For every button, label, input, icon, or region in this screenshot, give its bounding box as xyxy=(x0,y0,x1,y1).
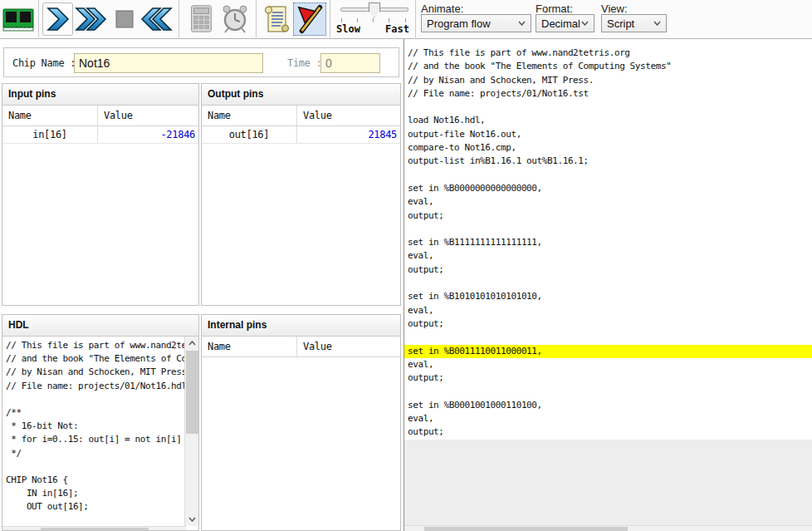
script-line[interactable] xyxy=(404,277,812,290)
script-line[interactable]: set in %B0001001000110100, xyxy=(404,399,812,412)
script-line[interactable]: // File name: projects/01/Not16.tst xyxy=(404,87,812,101)
clock-icon xyxy=(218,3,252,35)
hdl-line: IN in[16]; xyxy=(6,487,184,500)
hdl-vertical-scrollbar[interactable] xyxy=(184,337,198,526)
hdl-line: * for i=0..15: out[i] = not in[i] xyxy=(6,433,184,446)
script-line[interactable]: set in %B0000000000000000, xyxy=(404,182,812,195)
script-line[interactable]: eval, xyxy=(404,412,812,425)
input_pins-rows: in[16]-21846 xyxy=(2,126,198,144)
animate-select[interactable]: Program flow xyxy=(421,14,531,32)
view-select[interactable]: Script xyxy=(601,14,667,32)
slider-fast-label: Fast xyxy=(385,23,409,35)
pin-value[interactable]: -21846 xyxy=(98,126,198,143)
hdl-line xyxy=(6,393,184,406)
script-horizontal-scrollbar[interactable] xyxy=(404,525,812,531)
hdl-line: // File name: projects/01/Not16.hdl xyxy=(6,380,184,393)
script-line[interactable]: eval, xyxy=(404,195,812,209)
view-value: Script xyxy=(607,17,634,30)
view-script-button[interactable] xyxy=(261,2,292,36)
hdl-line: // This file is part of www.nand2tetr xyxy=(6,339,184,352)
script-line[interactable]: load Not16.hdl, xyxy=(404,114,812,127)
format-label: Format: xyxy=(536,2,573,15)
scroll-right-arrow-icon[interactable] xyxy=(172,527,186,531)
column-header-name: Name xyxy=(202,337,297,356)
hdl-line: /** xyxy=(6,406,184,420)
toolbar-separator xyxy=(179,0,179,37)
chevron-down-icon xyxy=(581,21,589,26)
column-header-name: Name xyxy=(2,106,98,125)
scroll-left-arrow-icon[interactable] xyxy=(2,527,17,531)
breakpoints-button[interactable] xyxy=(293,2,326,36)
run-button[interactable] xyxy=(75,2,108,36)
scroll-icon xyxy=(261,3,292,35)
slider-slow-label: Slow xyxy=(336,23,360,35)
script-line[interactable]: eval, xyxy=(404,358,812,371)
chip-name-bar: Chip Name : Time : xyxy=(3,47,399,77)
hdl-panel: HDL // This file is part of www.nand2tet… xyxy=(2,314,199,531)
toolbar: Slow Fast Animate: Program flow Format: … xyxy=(0,0,812,39)
script-line[interactable]: output; xyxy=(404,317,812,331)
slider-tick xyxy=(357,18,358,22)
slider-tick xyxy=(405,18,406,22)
scroll-up-arrow-icon[interactable] xyxy=(185,337,199,350)
scrollbar-thumb[interactable] xyxy=(186,351,198,434)
memory-chip-icon xyxy=(2,3,34,35)
script-line[interactable]: output; xyxy=(404,371,812,385)
script-line[interactable]: output; xyxy=(404,209,812,223)
script-line[interactable] xyxy=(404,169,812,182)
chip-name-label: Chip Name : xyxy=(12,57,76,69)
pin-value: 21845 xyxy=(297,126,400,143)
pin-name: in[16] xyxy=(2,126,98,143)
hdl-line: */ xyxy=(6,447,184,460)
hdl-line: OUT out[16]; xyxy=(6,500,184,514)
script-line[interactable]: // and the book "The Elements of Computi… xyxy=(404,60,812,73)
fast-forward-icon xyxy=(75,6,108,32)
output-pins-panel: Output pins Name Value out[16]21845 xyxy=(201,83,401,306)
hdl-code-view[interactable]: // This file is part of www.nand2tetr// … xyxy=(2,337,184,530)
script-line[interactable]: output-list in%B1.16.1 out%B1.16.1; xyxy=(404,155,812,168)
script-line[interactable]: set in %B1010101010101010, xyxy=(404,290,812,303)
format-value: Decimal xyxy=(541,17,580,30)
script-line[interactable] xyxy=(404,101,812,114)
pin-row: out[16]21845 xyxy=(202,126,400,144)
internal-pins-panel: Internal pins Name Value xyxy=(201,314,401,531)
hardware-simulator-window: Slow Fast Animate: Program flow Format: … xyxy=(0,0,812,531)
script-line[interactable] xyxy=(404,331,812,344)
chevron-down-icon xyxy=(653,21,661,26)
script-line[interactable] xyxy=(404,223,812,236)
script-line[interactable]: eval, xyxy=(404,249,812,263)
script-line-current[interactable]: set in %B0011110011000011, xyxy=(404,345,812,358)
script-line[interactable]: set in %B1111111111111111, xyxy=(404,236,812,249)
scrollbar-thumb[interactable] xyxy=(424,527,628,531)
script-line[interactable]: output; xyxy=(404,425,812,439)
hdl-horizontal-scrollbar[interactable] xyxy=(2,526,186,531)
script-line[interactable] xyxy=(404,385,812,398)
chip-name-input[interactable] xyxy=(74,53,263,73)
script-line[interactable]: output; xyxy=(404,263,812,277)
format-select[interactable]: Decimal xyxy=(536,14,594,32)
scrollbar-thumb[interactable] xyxy=(41,528,149,531)
script-line[interactable]: // This file is part of www.nand2tetris.… xyxy=(404,47,812,60)
single-step-icon xyxy=(46,6,71,32)
single-step-button[interactable] xyxy=(42,2,73,36)
rewind-button[interactable] xyxy=(139,2,173,36)
load-chip-button[interactable] xyxy=(2,2,35,36)
column-header-name: Name xyxy=(202,106,297,125)
script-line[interactable]: compare-to Not16.cmp, xyxy=(404,141,812,155)
time-label: Time : xyxy=(287,57,322,69)
rewind-icon xyxy=(139,6,173,32)
calculator-button xyxy=(184,2,218,36)
input-pins-title: Input pins xyxy=(2,84,198,106)
script-line[interactable]: eval, xyxy=(404,304,812,317)
column-header-value: Value xyxy=(297,106,332,125)
scroll-down-arrow-icon[interactable] xyxy=(185,513,199,526)
stop-icon xyxy=(111,6,138,32)
speed-slider-thumb[interactable] xyxy=(369,2,380,17)
script-line[interactable]: // by Nisan and Schocken, MIT Press. xyxy=(404,74,812,87)
speed-slider: Slow Fast xyxy=(334,1,413,37)
script-panel: // This file is part of www.nand2tetris.… xyxy=(404,39,812,531)
script-line[interactable]: output-file Not16.out, xyxy=(404,128,812,141)
hdl-line: * 16-bit Not: xyxy=(6,420,184,433)
pin-row: in[16]-21846 xyxy=(2,126,198,144)
slider-tick xyxy=(389,18,389,22)
